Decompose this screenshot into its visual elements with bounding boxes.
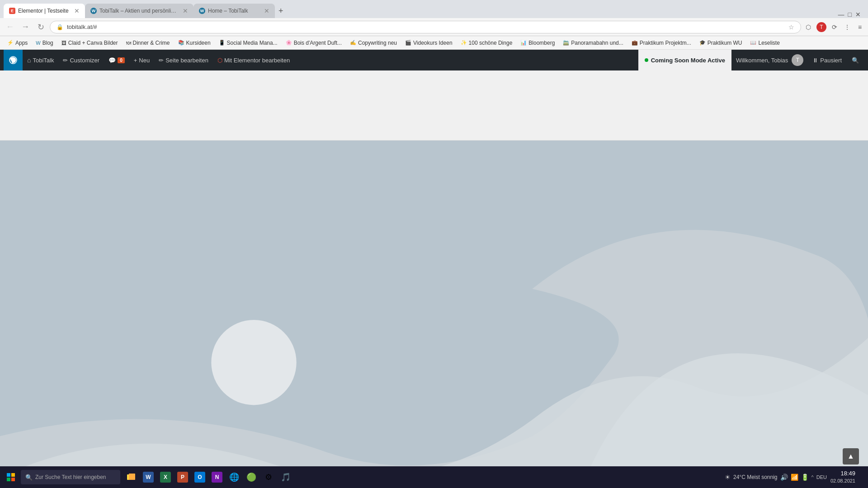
tab-close-2[interactable]: ✕	[183, 7, 188, 14]
taskbar-app-excel[interactable]: X	[157, 469, 174, 485]
tab-close-1[interactable]: ✕	[74, 7, 80, 14]
bookmark-social[interactable]: 📱 Social Media Mana...	[215, 39, 281, 47]
taskbar-tray: ☀ 24°C Meist sonnig 🔊 📶 🔋 ^ DEU 18:49 02…	[725, 468, 866, 486]
wp-search-icon[interactable]: 🔍	[846, 50, 864, 70]
files-icon	[126, 472, 136, 482]
bookmark-dinner-label: Dinner & Crime	[133, 40, 170, 46]
star-icon[interactable]: ☆	[788, 23, 794, 31]
bookmark-kursideen[interactable]: 📚 Kursideen	[175, 39, 214, 47]
customizer-label: Customizer	[70, 57, 99, 64]
new-label: Neu	[139, 57, 150, 64]
taskbar-app-chrome[interactable]: 🌐	[226, 469, 242, 485]
close-button[interactable]: ✕	[855, 11, 861, 18]
bookmark-blog[interactable]: W Blog	[32, 39, 57, 47]
new-tab-button[interactable]: +	[275, 4, 287, 18]
wp-new-item[interactable]: + Neu	[129, 50, 154, 70]
sync-icon[interactable]: ⟳	[830, 23, 839, 32]
apps-icon: ⚡	[7, 40, 14, 46]
customizer-icon: ✏	[63, 57, 68, 64]
profile-icon[interactable]: T	[816, 22, 826, 32]
wp-comments-item[interactable]: 💬 0	[104, 50, 129, 70]
show-desktop-button[interactable]	[859, 468, 863, 486]
start-button[interactable]	[2, 468, 20, 486]
wp-logo-item[interactable]: W	[4, 50, 23, 70]
taskbar-app-word[interactable]: W	[140, 469, 156, 485]
taskbar-app-outlook[interactable]: O	[192, 469, 208, 485]
bookmark-apps[interactable]: ⚡ Apps	[4, 39, 31, 47]
new-icon: +	[134, 57, 137, 64]
tab-favicon-1: E	[9, 8, 15, 14]
svg-point-3	[211, 320, 296, 405]
bookmark-dinner[interactable]: 🍽 Dinner & Crime	[123, 39, 174, 47]
svg-rect-5	[11, 473, 15, 477]
bookmark-claid-label: Claid + Canva Bilder	[68, 40, 118, 46]
bookmark-schoene[interactable]: ✨ 100 schöne Dinge	[457, 39, 516, 47]
tab-tobitalk[interactable]: W TobiTalk – Aktien und persönlich... ✕	[85, 4, 193, 18]
wp-pause-item[interactable]: ⏸ Pausiert	[808, 50, 846, 70]
svg-rect-7	[11, 478, 15, 481]
coming-soon-text: Coming Soon Mode Active	[651, 57, 725, 64]
more-icon[interactable]: ⋮	[843, 23, 852, 32]
excel-icon: X	[160, 472, 171, 483]
wp-site-name-item[interactable]: ⌂ TobiTalk	[23, 50, 58, 70]
bookmark-bois[interactable]: 🌸 Bois d'Argent Duft...	[282, 39, 345, 47]
tab-title-2: TobiTalk – Aktien und persönlich...	[99, 8, 178, 14]
bookmark-icon-video: 🎬	[405, 40, 411, 46]
taskbar-search-icon: 🔍	[25, 474, 33, 481]
svg-rect-6	[7, 478, 10, 481]
scroll-to-top-button[interactable]: ▲	[843, 448, 859, 465]
bookmarks-bar: ⚡ Apps W Blog 🖼 Claid + Canva Bilder 🍽 D…	[0, 36, 868, 50]
extensions-icon[interactable]: ⬡	[804, 23, 813, 32]
minimize-button[interactable]: —	[838, 11, 844, 18]
coming-soon-badge[interactable]: Coming Soon Mode Active	[638, 50, 731, 70]
taskbar-app-app1[interactable]: 🟢	[243, 469, 259, 485]
taskbar-clock[interactable]: 18:49 02.08.2021	[830, 470, 855, 484]
tab-close-3[interactable]: ✕	[264, 7, 269, 14]
bookmark-leseliste[interactable]: 📖 Leseliste	[746, 39, 783, 47]
tray-volume: 📶	[791, 474, 798, 481]
bookmark-praktikum1[interactable]: 💼 Praktikum Projektm...	[628, 39, 695, 47]
toolbar-icons: ⬡ T ⟳ ⋮ ≡	[804, 22, 864, 32]
taskbar-app-powerpoint[interactable]: P	[175, 469, 191, 485]
taskbar-app-app3[interactable]: 🎵	[278, 469, 294, 485]
bookmark-copywriting[interactable]: ✍ Copywriting neu	[346, 39, 401, 47]
windows-icon	[7, 473, 15, 481]
bookmark-icon-prak2: 🎓	[699, 40, 706, 46]
browser-window-controls: — □ ✕	[838, 11, 864, 18]
taskbar-app-files[interactable]	[123, 469, 139, 485]
reload-button[interactable]: ↻	[34, 21, 47, 33]
bookmark-panorama[interactable]: 🚞 Panoramabahn und...	[559, 39, 627, 47]
bookmark-videokurs[interactable]: 🎬 Videokurs Ideen	[401, 39, 456, 47]
onenote-icon: N	[212, 472, 222, 483]
pause-label: Pausiert	[820, 57, 842, 64]
bookmark-claid[interactable]: 🖼 Claid + Canva Bilder	[58, 39, 122, 47]
bookmark-icon-claid: 🖼	[61, 40, 66, 46]
bookmark-videokurs-label: Videokurs Ideen	[413, 40, 453, 46]
back-button[interactable]: ←	[4, 21, 16, 33]
outlook-icon: O	[194, 472, 205, 483]
bookmark-panorama-label: Panoramabahn und...	[571, 40, 623, 46]
welcome-text: Willkommen, Tobias	[736, 57, 788, 64]
taskbar: 🔍 Zur Suche Text hier eingeben W X P O N…	[0, 466, 868, 488]
tray-weather-text: 24°C Meist sonnig	[733, 474, 778, 480]
sidebar-toggle-icon[interactable]: ≡	[855, 23, 864, 32]
bookmark-bloomberg[interactable]: 📊 Bloomberg	[517, 39, 558, 47]
tab-home[interactable]: W Home – TobiTalk ✕	[193, 4, 275, 18]
forward-button[interactable]: →	[19, 21, 32, 33]
address-bar[interactable]: 🔒 tobitalk.at/# ☆	[50, 21, 801, 33]
wp-customizer-item[interactable]: ✏ Customizer	[58, 50, 104, 70]
taskbar-app-app2[interactable]: ⚙	[260, 469, 277, 485]
wp-avatar: T	[792, 54, 803, 66]
wp-elementor-item[interactable]: ⬡ Mit Elementor bearbeiten	[213, 50, 294, 70]
bookmark-praktikum2[interactable]: 🎓 Praktikum WU	[696, 39, 746, 47]
tray-expand[interactable]: ^	[811, 474, 814, 480]
wave-illustration	[0, 141, 868, 478]
bookmark-social-label: Social Media Mana...	[227, 40, 278, 46]
maximize-button[interactable]: □	[848, 11, 852, 18]
wp-edit-page-item[interactable]: ✏ Seite bearbeiten	[154, 50, 213, 70]
svg-rect-9	[129, 474, 135, 480]
taskbar-search-box[interactable]: 🔍 Zur Suche Text hier eingeben	[21, 470, 120, 484]
bookmark-apps-label: Apps	[15, 40, 28, 46]
tab-elementor[interactable]: E Elementor | Testseite ✕	[4, 4, 85, 18]
taskbar-app-onenote[interactable]: N	[209, 469, 225, 485]
